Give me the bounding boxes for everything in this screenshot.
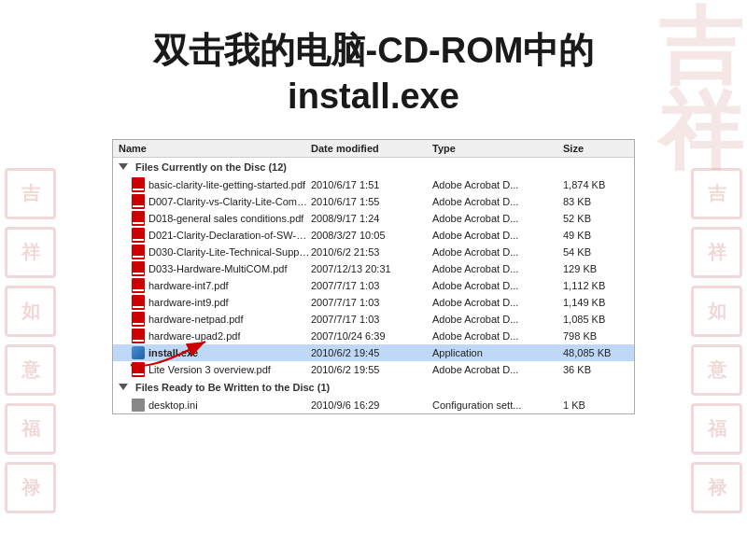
explorer-wrapper: Name Date modified Type Size Files Curre… xyxy=(0,139,747,414)
explorer-body: Files Currently on the Disc (12) basic-c… xyxy=(113,158,634,413)
arrow-indicator xyxy=(121,318,233,374)
stamp-r6: 禄 xyxy=(691,462,742,513)
pdf-icon xyxy=(132,177,145,192)
pdf-icon xyxy=(132,228,145,243)
file-row[interactable]: basic-clarity-lite-getting-started.pdf 2… xyxy=(113,176,634,193)
ini-icon xyxy=(132,399,145,412)
file-row[interactable]: D033-Hardware-MultiCOM.pdf 2007/12/13 20… xyxy=(113,260,634,277)
section-disc-label: Files Currently on the Disc (12) xyxy=(135,161,287,173)
page-container: 吉祥 吉 祥 如 意 福 禄 吉 祥 如 意 福 禄 双击我的电脑-CD-ROM… xyxy=(0,0,747,414)
expand-icon-1 xyxy=(119,163,128,170)
pdf-icon xyxy=(132,278,145,293)
file-row-desktop-ini[interactable]: desktop.ini 2010/9/6 16:29 Configuration… xyxy=(113,397,634,413)
section-disc-header: Files Currently on the Disc (12) xyxy=(113,158,634,176)
explorer-header: Name Date modified Type Size xyxy=(113,140,634,158)
section-ready-header: Files Ready to Be Written to the Disc (1… xyxy=(113,378,634,397)
pdf-icon xyxy=(132,295,145,310)
col-date: Date modified xyxy=(311,143,432,154)
title-area: 双击我的电脑-CD-ROM中的 install.exe xyxy=(0,0,747,139)
section-ready-label: Files Ready to Be Written to the Disc (1… xyxy=(135,382,330,393)
pdf-icon xyxy=(132,261,145,276)
file-row[interactable]: D018-general sales conditions.pdf 2008/9… xyxy=(113,210,634,227)
stamp-6: 禄 xyxy=(5,462,56,513)
expand-icon-2 xyxy=(119,384,128,390)
page-title: 双击我的电脑-CD-ROM中的 install.exe xyxy=(93,28,654,120)
file-row[interactable]: D007-Clarity-vs-Clarity-Lite-Comparison.… xyxy=(113,193,634,210)
col-type: Type xyxy=(432,143,563,154)
pdf-icon xyxy=(132,211,145,226)
pdf-icon xyxy=(132,194,145,209)
file-row[interactable]: D030-Clarity-Lite-Technical-Support-Not.… xyxy=(113,244,634,260)
file-row[interactable]: hardware-int9.pdf 2007/7/17 1:03 Adobe A… xyxy=(113,294,634,311)
file-row[interactable]: hardware-int7.pdf 2007/7/17 1:03 Adobe A… xyxy=(113,277,634,294)
col-size: Size xyxy=(563,143,628,154)
col-name: Name xyxy=(119,143,311,154)
file-row[interactable]: D021-Clarity-Declaration-of-SW-validati.… xyxy=(113,227,634,244)
pdf-icon xyxy=(132,245,145,259)
